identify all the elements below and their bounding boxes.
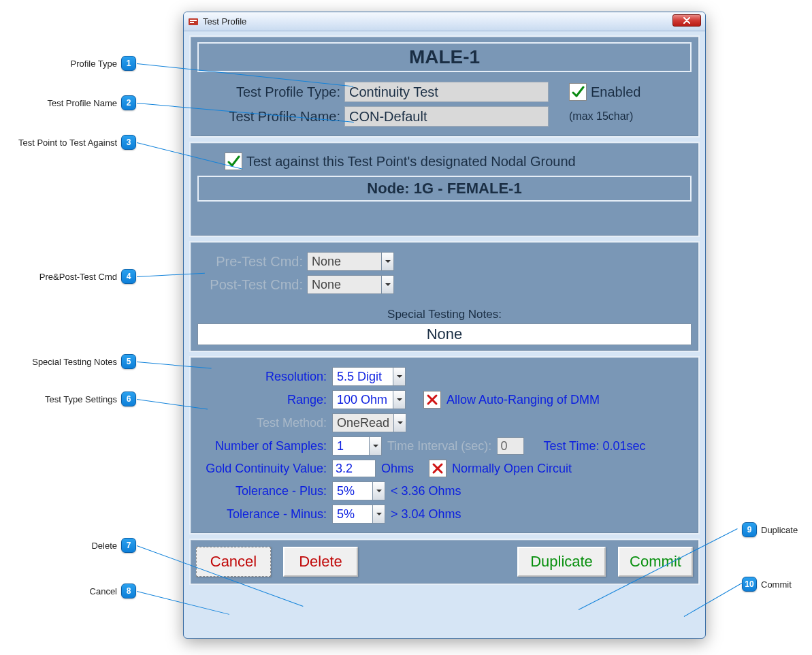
profile-panel: MALE-1 Test Profile Type: Continuity Tes… [189,35,700,138]
pre-cmd-combo[interactable]: None [307,252,394,271]
callout-7-num: 7 [121,538,136,553]
samples-combo[interactable]: 1 [332,436,382,456]
pre-cmd-dropdown-button[interactable] [382,252,394,271]
range-label: Range: [197,393,327,407]
svg-rect-2 [190,22,194,23]
tolplus-dropdown-button[interactable] [373,481,385,500]
callout-6-label: Test Type Settings [45,394,117,404]
callout-2: Test Profile Name 2 [20,95,136,110]
callout-5: Special Testing Notes 5 [14,354,136,369]
samples-label: Number of Samples: [197,439,327,453]
samples-value: 1 [332,436,370,456]
cmd-notes-panel: Pre-Test Cmd: None Post-Test Cmd: None S… [189,241,700,352]
tolplus-calc: < 3.36 Ohms [391,484,461,498]
callout-10-label: Commit [761,579,792,590]
test-against-label: Test against this Test Point's designate… [246,154,576,170]
autorange-checkbox[interactable] [423,391,441,409]
enabled-checkbox[interactable] [569,83,587,101]
tolminus-label: Tolerance - Minus: [197,507,327,522]
callout-8: Cancel 8 [61,584,136,598]
profile-name-input[interactable]: CON-Default [344,106,549,127]
testmethod-label: Test Method: [197,416,327,430]
window-title: Test Profile [203,16,246,27]
callout-8-num: 8 [121,584,136,598]
callout-4-label: Pre&Post-Test Cmd [39,272,117,282]
gold-label: Gold Continuity Value: [197,462,327,476]
notes-title: Special Testing Notes: [197,308,692,321]
callout-7-label: Delete [91,541,117,551]
check-icon [571,85,585,99]
button-spacer [370,547,505,577]
callout-10: 10 Commit [742,577,792,592]
node-header: Node: 1G - FEMALE-1 [197,176,692,202]
profile-type-label: Test Profile Type: [197,84,340,100]
callout-6: Test Type Settings 6 [20,392,136,406]
test-profile-window: Test Profile MALE-1 Test Profile Type: C… [183,12,706,639]
callout-1: Profile Type 1 [34,56,136,71]
range-combo[interactable]: 100 Ohm [332,390,406,409]
post-cmd-dropdown-button[interactable] [382,275,394,294]
client-area: MALE-1 Test Profile Type: Continuity Tes… [189,35,700,633]
callout-2-num: 2 [121,95,136,110]
callout-9-num: 9 [742,522,757,537]
tolminus-value: 5% [332,505,373,524]
callout-2-label: Test Profile Name [47,98,117,108]
duplicate-button[interactable]: Duplicate [517,547,606,577]
callout-3-label: Test Point to Test Against [18,138,117,148]
testmethod-combo: OneRead [332,413,406,432]
resolution-dropdown-button[interactable] [393,367,406,386]
x-icon [426,394,438,406]
close-button[interactable] [672,14,701,27]
range-dropdown-button[interactable] [393,390,406,409]
normopen-label: Normally Open Circuit [452,462,572,476]
callout-7: Delete 7 [61,538,136,553]
tolplus-combo[interactable]: 5% [332,481,385,500]
app-icon [188,16,199,27]
testmethod-dropdown-button [394,413,406,432]
callout-9-label: Duplicate [761,525,798,535]
profile-type-value[interactable]: Continuity Test [344,82,549,102]
testmethod-value: OneRead [332,413,394,432]
enabled-label: Enabled [591,84,640,100]
resolution-combo[interactable]: 5.5 Digit [332,367,406,386]
delete-button[interactable]: Delete [283,547,358,577]
profile-name-label: Test Profile Name: [197,109,340,125]
tolplus-value: 5% [332,481,373,500]
settings-panel: Resolution: 5.5 Digit Range: 100 Ohm All… [189,356,700,534]
x-icon [432,462,444,475]
notes-input[interactable]: None [197,323,692,345]
gold-unit: Ohms [381,462,414,476]
normopen-checkbox[interactable] [429,460,446,477]
callout-4-num: 4 [121,269,136,284]
samples-dropdown-button[interactable] [370,436,382,456]
callout-3-num: 3 [121,135,136,150]
callout-9: 9 Duplicate [742,522,798,537]
post-cmd-combo[interactable]: None [307,275,394,294]
autorange-label: Allow Auto-Ranging of DMM [446,393,600,407]
tolplus-label: Tolerance - Plus: [197,484,327,498]
svg-rect-1 [190,20,197,21]
post-cmd-value: None [307,275,382,294]
cancel-button[interactable]: Cancel [196,547,271,577]
callout-5-num: 5 [121,354,136,369]
range-value: 100 Ohm [332,390,393,409]
close-icon [683,17,691,24]
callout-8-label: Cancel [90,586,117,596]
callout-5-label: Special Testing Notes [32,357,117,367]
test-against-panel: Test against this Test Point's designate… [189,142,700,237]
callout-3: Test Point to Test Against 3 [1,135,136,150]
gold-input[interactable]: 3.2 [332,460,376,477]
pre-cmd-label: Pre-Test Cmd: [197,254,303,270]
profile-name-hint: (max 15char) [569,110,633,123]
profile-header: MALE-1 [197,42,692,72]
commit-button[interactable]: Commit [618,547,693,577]
callout-10-num: 10 [742,577,757,592]
tolminus-combo[interactable]: 5% [332,505,385,524]
testtime-label: Test Time: 0.01sec [543,439,645,453]
titlebar[interactable]: Test Profile [184,12,705,31]
resolution-label: Resolution: [197,370,327,384]
interval-input: 0 [497,437,524,455]
button-bar-panel: Cancel Delete Duplicate Commit [189,539,700,585]
tolminus-dropdown-button[interactable] [373,505,385,524]
resolution-value: 5.5 Digit [332,367,393,386]
